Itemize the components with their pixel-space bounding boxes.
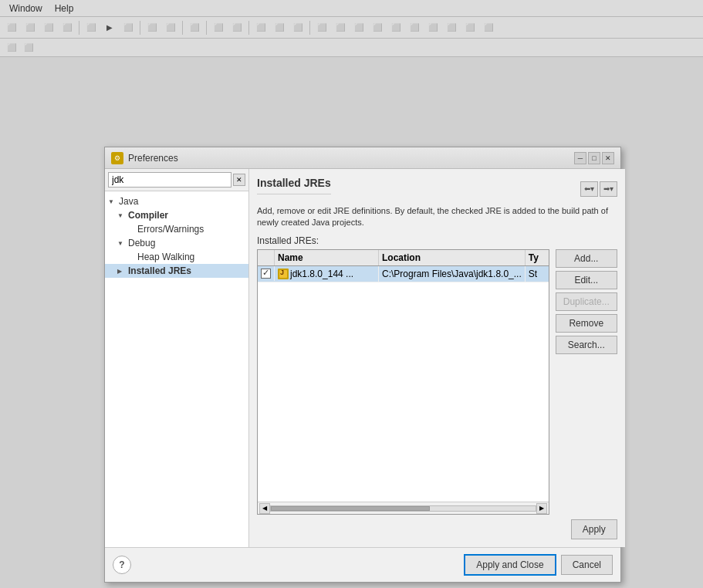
dialog-title-left: ⚙ Preferences — [111, 152, 178, 164]
jre-row-checkbox[interactable] — [258, 266, 275, 281]
dialog-maximize-button[interactable]: □ — [588, 152, 600, 164]
right-panel: Installed JREs ⬅▾ ➡▾ Add, remove or edit… — [249, 169, 625, 547]
col-header-location: Location — [379, 250, 526, 265]
apply-close-button[interactable]: Apply and Close — [464, 554, 556, 576]
search-button[interactable]: Search... — [556, 336, 617, 354]
jre-row-name: jdk1.8.0_144 ... — [275, 266, 379, 282]
tree-item-heap-walking[interactable]: Heap Walking — [105, 250, 248, 264]
tree-arrow-compiler: ▼ — [117, 212, 127, 219]
table-row[interactable]: jdk1.8.0_144 ... C:\Program Files\Java\j… — [258, 266, 549, 282]
edit-button[interactable]: Edit... — [556, 271, 617, 289]
scroll-left-arrow[interactable]: ◀ — [259, 503, 270, 514]
tree-label-debug: Debug — [128, 238, 155, 248]
cancel-button[interactable]: Cancel — [561, 555, 613, 575]
ide-background: Window Help ⬜ ⬜ ⬜ ⬜ ⬜ ▶ ⬜ ⬜ ⬜ ⬜ ⬜ ⬜ ⬜ ⬜ … — [0, 0, 703, 588]
tree-item-installed-jres[interactable]: ▶ Installed JREs — [105, 264, 248, 278]
preferences-dialog: ⚙ Preferences ─ □ ✕ ✕ ▼ — [104, 147, 621, 583]
dialog-title: Preferences — [128, 153, 178, 164]
panel-header: Installed JREs ⬅▾ ➡▾ — [257, 177, 617, 201]
tree-panel: ▼ Java ▼ Compiler Errors/Warnings — [105, 191, 248, 547]
installed-jres-label: Installed JREs: — [257, 235, 617, 246]
panel-title: Installed JREs — [257, 177, 331, 194]
tree-label-installed-jres: Installed JREs — [128, 265, 191, 276]
dialog-close-button[interactable]: ✕ — [602, 152, 614, 164]
jre-java-icon — [278, 269, 289, 279]
tree-arrow-debug: ▼ — [117, 240, 127, 247]
preferences-icon: ⚙ — [111, 152, 123, 164]
tree-label-errors-warnings: Errors/Warnings — [137, 224, 204, 235]
apply-area: Apply — [257, 515, 617, 539]
nav-forward-button[interactable]: ➡▾ — [600, 181, 617, 197]
tree-arrow-java: ▼ — [108, 198, 117, 205]
help-button[interactable]: ? — [113, 556, 131, 574]
search-box-container: ✕ — [105, 169, 248, 191]
dialog-body: ✕ ▼ Java ▼ Compiler — [105, 169, 620, 547]
checkbox-checked-icon — [261, 269, 271, 279]
jre-action-buttons: Add... Edit... Duplicate... Remove Searc… — [556, 249, 617, 515]
add-button[interactable]: Add... — [556, 249, 617, 268]
description-text: Add, remove or edit JRE definitions. By … — [257, 205, 617, 229]
search-clear-button[interactable]: ✕ — [233, 174, 245, 186]
jre-row-location: C:\Program Files\Java\jdk1.8.0_... — [379, 266, 526, 282]
tree-item-debug[interactable]: ▼ Debug — [105, 236, 248, 250]
scroll-thumb — [271, 506, 430, 511]
jre-table: Name Location Ty — [257, 249, 549, 515]
tree-item-errors-warnings[interactable]: Errors/Warnings — [105, 222, 248, 236]
search-input[interactable] — [108, 172, 232, 188]
jre-scrollbar[interactable]: ◀ ▶ — [258, 502, 549, 514]
nav-back-button[interactable]: ⬅▾ — [580, 181, 598, 197]
tree-label-heap-walking: Heap Walking — [137, 252, 194, 262]
dialog-minimize-button[interactable]: ─ — [574, 152, 586, 164]
scroll-right-arrow[interactable]: ▶ — [536, 503, 547, 514]
dialog-bottom-left: ? — [113, 556, 464, 574]
dialog-bottom: ? Apply and Close Cancel — [105, 547, 620, 582]
tree-panel-container: ✕ ▼ Java ▼ Compiler — [105, 169, 249, 547]
tree-item-compiler[interactable]: ▼ Compiler — [105, 208, 248, 222]
jre-table-body: jdk1.8.0_144 ... C:\Program Files\Java\j… — [258, 266, 549, 502]
remove-button[interactable]: Remove — [556, 314, 617, 333]
dialog-titlebar: ⚙ Preferences ─ □ ✕ — [105, 147, 620, 169]
tree-arrow-jres: ▶ — [117, 268, 127, 275]
jre-table-header: Name Location Ty — [258, 250, 549, 266]
tree-label-compiler: Compiler — [128, 210, 168, 221]
nav-buttons: ⬅▾ ➡▾ — [580, 181, 617, 197]
jre-row-type: St — [526, 266, 549, 282]
jre-name-text: jdk1.8.0_144 ... — [290, 269, 353, 279]
col-header-check — [258, 250, 275, 265]
dialog-title-controls: ─ □ ✕ — [574, 152, 614, 164]
dialog-bottom-right: Apply and Close Cancel — [464, 554, 613, 576]
jre-content-row: Name Location Ty — [257, 249, 617, 515]
col-header-type: Ty — [526, 250, 549, 265]
duplicate-button[interactable]: Duplicate... — [556, 292, 617, 311]
col-header-name: Name — [275, 250, 379, 265]
scroll-track[interactable] — [270, 505, 536, 512]
tree-item-java[interactable]: ▼ Java — [105, 194, 248, 208]
apply-button[interactable]: Apply — [571, 519, 617, 539]
tree-label-java: Java — [119, 196, 138, 207]
